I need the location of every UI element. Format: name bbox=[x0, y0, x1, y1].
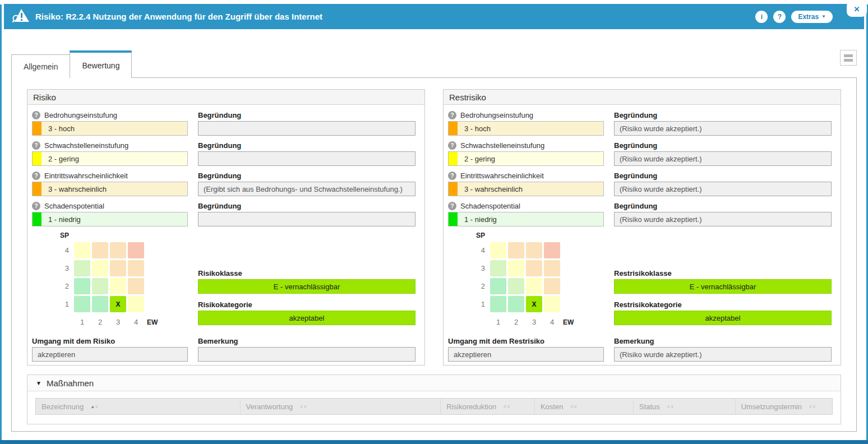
chevron-down-icon: ▼ bbox=[821, 14, 826, 19]
collapse-arrow-icon: ▼ bbox=[36, 380, 41, 386]
restrisiko-panel-title: Restrisiko bbox=[444, 90, 841, 105]
help-button[interactable]: ? bbox=[773, 11, 786, 23]
bemerkung-input[interactable] bbox=[198, 347, 415, 362]
reason-label: Begründung bbox=[614, 170, 832, 181]
reason-label: Begründung bbox=[198, 170, 415, 181]
sort-desc-icon: ∨ bbox=[303, 404, 307, 409]
matrix-cell bbox=[110, 242, 126, 258]
matrix-row-label: 4 bbox=[60, 246, 72, 255]
matrix-cell bbox=[544, 278, 560, 294]
schwachstelleneinstufung-select[interactable]: 2 - gering bbox=[32, 151, 188, 166]
reason-input[interactable]: (Risiko wurde akzeptiert.) bbox=[614, 121, 832, 136]
reason-input[interactable] bbox=[198, 151, 415, 166]
help-circle-icon[interactable]: ? bbox=[32, 111, 40, 119]
bemerkung-label: Bemerkung bbox=[198, 336, 415, 346]
restrisikokategorie-value: akzeptabel bbox=[614, 311, 832, 325]
matrix-cell bbox=[508, 242, 524, 258]
field-label: Bedrohungseinstufung bbox=[460, 111, 533, 119]
help-circle-icon[interactable]: ? bbox=[32, 202, 40, 210]
matrix-cell bbox=[490, 296, 506, 312]
matrix-cell bbox=[508, 278, 524, 294]
rest-risk-matrix-block: SP 4321X1234EW bbox=[476, 230, 582, 330]
rating-value: 1 - niedrig bbox=[41, 212, 81, 226]
reason-label: Begründung bbox=[614, 110, 832, 120]
reason-input[interactable] bbox=[198, 121, 415, 136]
matrix-col-label: 4 bbox=[544, 318, 560, 326]
dialog-titlebar: Risiko: R2.2.4 Nutzung der Anwendung für… bbox=[4, 4, 864, 29]
matrix-row-label: 3 bbox=[60, 264, 72, 272]
schadenspotential-select[interactable]: 1 - niedrig bbox=[32, 212, 188, 226]
rating-value: 2 - gering bbox=[458, 152, 495, 165]
matrix-col-label: 4 bbox=[128, 318, 144, 326]
tab-allgemein[interactable]: Allgemein bbox=[11, 54, 70, 78]
matrix-cell bbox=[128, 260, 144, 276]
matrix-sp-label: SP bbox=[60, 232, 166, 239]
rest-eintrittswahrscheinlichkeit-select[interactable]: 3 - wahrscheinlich bbox=[448, 182, 604, 196]
matrix-cell bbox=[490, 278, 506, 294]
sort-desc-icon: ∨ bbox=[95, 404, 99, 409]
massnahmen-collapse-header[interactable]: ▼ Maßnahmen bbox=[27, 375, 841, 391]
matrix-cell bbox=[74, 242, 90, 258]
matrix-cell bbox=[110, 278, 126, 294]
umgang-label: Umgang mit dem Risiko bbox=[32, 336, 188, 346]
reason-input[interactable] bbox=[198, 212, 415, 226]
column-header-verantwortung[interactable]: Verantwortung∧∨ bbox=[240, 399, 441, 414]
reason-input[interactable]: (Risiko wurde akzeptiert.) bbox=[614, 212, 832, 226]
layout-icon bbox=[844, 54, 853, 62]
bemerkung-label: Bemerkung bbox=[614, 336, 832, 346]
extras-button[interactable]: Extras ▼ bbox=[791, 11, 833, 23]
umgang-input[interactable]: akzeptieren bbox=[32, 347, 188, 362]
help-circle-icon[interactable]: ? bbox=[32, 141, 40, 150]
rest-risk-matrix: 4321X1234EW bbox=[476, 242, 582, 330]
rest-bedrohungseinstufung-select[interactable]: 3 - hoch bbox=[448, 121, 604, 136]
restrisikokategorie-label: Restrisikokategorie bbox=[614, 299, 832, 309]
tab-bewertung[interactable]: Bewertung bbox=[70, 50, 132, 78]
column-header-bezeichnung[interactable]: Bezeichnung▲∨ bbox=[36, 399, 240, 414]
column-header-umsetzungstermin[interactable]: Umsetzungstermin∧∨ bbox=[735, 399, 832, 414]
rating-color-swatch bbox=[33, 182, 41, 196]
sort-asc-icon: ∧ bbox=[299, 404, 303, 409]
bedrohungseinstufung-select[interactable]: 3 - hoch bbox=[32, 121, 188, 136]
matrix-cell bbox=[544, 296, 560, 312]
field-label: Eintrittswahrscheinlichkeit bbox=[44, 172, 128, 180]
reason-input[interactable]: (Risiko wurde akzeptiert.) bbox=[614, 151, 832, 166]
help-circle-icon[interactable]: ? bbox=[448, 202, 456, 210]
reason-label: Begründung bbox=[614, 140, 832, 150]
column-header-risikoreduktion[interactable]: Risikoreduktion∧∨ bbox=[440, 399, 534, 414]
sort-asc-icon: ∧ bbox=[503, 404, 507, 409]
rating-color-swatch bbox=[33, 122, 41, 135]
close-button[interactable]: ✕ bbox=[847, 1, 867, 17]
matrix-row-label: 4 bbox=[476, 246, 488, 255]
info-button[interactable]: i bbox=[755, 11, 768, 23]
rest-bemerkung-input[interactable]: (Risiko wurde akzeptiert.) bbox=[614, 347, 832, 362]
reason-input[interactable]: (Risiko wurde akzeptiert.) bbox=[614, 182, 832, 196]
column-header-status[interactable]: Status∧∨ bbox=[633, 399, 735, 414]
help-circle-icon[interactable]: ? bbox=[448, 141, 456, 150]
reason-input[interactable]: (Ergibt sich aus Bedrohungs- und Schwach… bbox=[198, 182, 415, 196]
rating-value: 3 - wahrscheinlich bbox=[41, 182, 107, 196]
help-circle-icon[interactable]: ? bbox=[448, 172, 456, 180]
umgang-restrisiko-input[interactable]: akzeptieren bbox=[448, 347, 604, 362]
layout-toggle-button[interactable] bbox=[840, 50, 857, 66]
eintrittswahrscheinlichkeit-select[interactable]: 3 - wahrscheinlich bbox=[32, 182, 188, 196]
matrix-cell bbox=[526, 260, 542, 276]
matrix-cell bbox=[490, 242, 506, 258]
column-header-kosten[interactable]: Kosten∧∨ bbox=[534, 399, 633, 414]
matrix-col-label: 2 bbox=[92, 318, 108, 326]
help-circle-icon[interactable]: ? bbox=[448, 111, 456, 119]
window-frame-left bbox=[0, 4, 2, 444]
matrix-cell bbox=[490, 260, 506, 276]
massnahmen-table-header: Bezeichnung▲∨ Verantwortung∧∨ Risikoredu… bbox=[35, 398, 833, 415]
field-label: Schadenspotential bbox=[44, 202, 104, 210]
extras-label: Extras bbox=[798, 13, 819, 21]
sort-desc-icon: ∨ bbox=[574, 404, 578, 409]
restrisikoklasse-value: E - vernachlässigbar bbox=[614, 279, 832, 294]
help-circle-icon[interactable]: ? bbox=[32, 172, 40, 180]
window-frame-bottom bbox=[0, 440, 868, 444]
rating-value: 3 - hoch bbox=[458, 122, 491, 135]
rest-schadenspotential-select[interactable]: 1 - niedrig bbox=[448, 212, 604, 226]
rating-value: 3 - hoch bbox=[41, 122, 75, 135]
rating-value: 3 - wahrscheinlich bbox=[458, 182, 523, 196]
rest-schwachstelleneinstufung-select[interactable]: 2 - gering bbox=[448, 151, 604, 166]
matrix-cell bbox=[92, 296, 108, 312]
